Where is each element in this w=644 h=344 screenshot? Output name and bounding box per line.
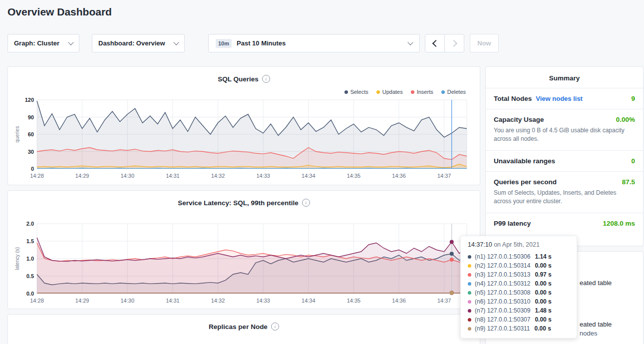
chevron-down-icon — [68, 39, 73, 45]
svg-text:90: 90 — [28, 114, 34, 120]
view-nodes-link[interactable]: View nodes list — [536, 95, 583, 102]
svg-text:14:35: 14:35 — [347, 173, 361, 179]
sql-queries-chart[interactable]: 030609012014:2814:2914:3014:3114:3214:33… — [13, 96, 475, 183]
svg-text:14:29: 14:29 — [75, 173, 89, 179]
svg-text:120: 120 — [25, 97, 34, 103]
graph-dropdown[interactable]: Graph: Cluster — [7, 34, 79, 52]
summary-row: Capacity Usage0.00%You are using 0 B of … — [486, 109, 643, 150]
svg-text:14:31: 14:31 — [166, 173, 180, 179]
svg-text:queries: queries — [14, 126, 20, 143]
svg-text:latency (s): latency (s) — [14, 247, 20, 270]
summary-title: Summary — [486, 67, 643, 88]
tooltip-row: (n2) 127.0.0.1:503140.00 s — [468, 261, 570, 270]
tooltip-row: (n6) 127.0.0.1:503100.00 s — [468, 297, 570, 306]
series-color-dot — [468, 264, 471, 268]
svg-text:14:32: 14:32 — [211, 298, 225, 304]
tooltip-node-value: 0.00 s — [535, 325, 551, 332]
tooltip-row: (n9) 127.0.0.1:503110.00 s — [468, 324, 570, 333]
summary-row-value: 0.00% — [616, 116, 635, 123]
summary-row-label: P99 latency — [494, 220, 531, 227]
tooltip-node-label: (n1) 127.0.0.1:50306 — [475, 253, 530, 260]
sql-queries-title: SQL Queries — [218, 75, 259, 83]
svg-text:14:36: 14:36 — [392, 173, 406, 179]
time-next-button[interactable] — [444, 34, 464, 52]
chevron-left-icon — [432, 39, 439, 46]
replicas-panel: Replicas per Node i — [7, 314, 480, 344]
svg-text:2.0: 2.0 — [26, 221, 34, 227]
series-color-dot — [468, 255, 471, 259]
sql-latency-chart[interactable]: 0.00.51.01.52.014:2814:2914:3014:3114:32… — [13, 220, 475, 308]
series-color-dot — [468, 282, 471, 286]
graph-dropdown-label: Graph: Cluster — [14, 39, 59, 47]
chevron-right-icon — [450, 39, 457, 46]
sql-latency-panel: Service Latency: SQL, 99th percentile i … — [7, 190, 480, 309]
svg-text:14:34: 14:34 — [302, 298, 316, 304]
series-color-dot — [468, 309, 471, 313]
legend-item-selects: Selects — [344, 89, 368, 95]
series-color-dot — [344, 90, 348, 94]
summary-row-subtext: You are using 0 B of 4.5 GiB usable disk… — [494, 126, 635, 144]
series-color-dot — [441, 90, 445, 94]
tooltip-row: (n1) 127.0.0.1:503061.14 s — [468, 252, 570, 261]
tooltip-node-value: 1.48 s — [535, 307, 551, 314]
svg-text:14:35: 14:35 — [347, 298, 361, 304]
page-title: Overview Dashboard — [7, 6, 112, 18]
replicas-title: Replicas per Node — [209, 323, 268, 331]
tooltip-row: (n5) 127.0.0.1:503080.00 s — [468, 288, 570, 297]
info-icon[interactable]: i — [302, 199, 310, 207]
svg-text:14:30: 14:30 — [120, 298, 134, 304]
summary-row-label: Queries per second — [494, 178, 557, 186]
svg-text:0: 0 — [31, 166, 34, 172]
tooltip-row: (n4) 127.0.0.1:503120.00 s — [468, 279, 570, 288]
info-icon[interactable]: i — [262, 75, 270, 83]
series-color-dot — [468, 291, 471, 295]
info-icon[interactable]: i — [271, 323, 279, 331]
dashboard-dropdown[interactable]: Dashboard: Overview — [92, 34, 185, 52]
svg-text:14:34: 14:34 — [302, 173, 316, 179]
tooltip-time: 14:37:10 — [468, 241, 492, 248]
summary-row-value: 1208.0 ms — [603, 220, 635, 227]
summary-row: Unavailable ranges0 — [486, 150, 643, 171]
now-button-label: Now — [477, 39, 491, 47]
summary-row: Total NodesView nodes list9 — [486, 88, 643, 109]
summary-row-value: 9 — [631, 95, 635, 102]
series-color-dot — [411, 90, 414, 94]
svg-text:14:30: 14:30 — [120, 173, 134, 179]
svg-text:0.5: 0.5 — [26, 273, 34, 279]
tooltip-node-label: (n3) 127.0.0.1:50313 — [475, 271, 530, 278]
now-button[interactable]: Now — [470, 34, 499, 52]
legend-label: Selects — [350, 89, 368, 95]
event-text-fragment: nodes — [580, 330, 597, 337]
series-color-dot — [468, 300, 471, 304]
tooltip-node-value: 0.97 s — [535, 271, 551, 278]
tooltip-node-label: (n7) 127.0.0.1:50309 — [475, 307, 530, 314]
svg-text:1.5: 1.5 — [26, 238, 34, 244]
time-prev-button[interactable] — [425, 34, 445, 52]
svg-text:14:32: 14:32 — [211, 173, 225, 179]
tooltip-row: (n7) 127.0.0.1:503091.48 s — [468, 306, 570, 315]
summary-row: P99 latency1208.0 ms — [486, 213, 643, 234]
tooltip-node-value: 0.00 s — [535, 280, 551, 287]
time-range-label: Past 10 Minutes — [237, 39, 286, 47]
summary-row-label: Total Nodes — [494, 95, 532, 102]
dashboard-dropdown-label: Dashboard: Overview — [98, 39, 165, 47]
time-range-badge: 10m — [216, 39, 232, 48]
series-color-dot — [376, 90, 380, 94]
tooltip-node-value: 0.00 s — [535, 316, 551, 323]
time-range-selector[interactable]: 10m Past 10 Minutes — [208, 34, 420, 52]
tooltip-node-value: 0.00 s — [535, 298, 551, 305]
series-color-dot — [468, 318, 471, 322]
tooltip-node-label: (n6) 127.0.0.1:50310 — [475, 298, 530, 305]
svg-text:14:28: 14:28 — [30, 298, 44, 304]
svg-text:60: 60 — [28, 131, 34, 137]
tooltip-node-label: (n9) 127.0.0.1:50311 — [475, 325, 530, 332]
sql-queries-legend: SelectsUpdatesInsertsDeletes — [344, 89, 466, 95]
svg-text:14:29: 14:29 — [75, 298, 89, 304]
svg-text:1.0: 1.0 — [26, 256, 34, 262]
tooltip-node-value: 1.14 s — [535, 253, 551, 260]
series-color-dot — [468, 273, 471, 277]
tooltip-node-value: 0.00 s — [535, 289, 551, 296]
legend-item-deletes: Deletes — [441, 89, 466, 95]
tooltip-row: (n8) 127.0.0.1:503070.00 s — [468, 315, 570, 324]
tooltip-date: on Apr 5th, 2021 — [494, 241, 540, 248]
